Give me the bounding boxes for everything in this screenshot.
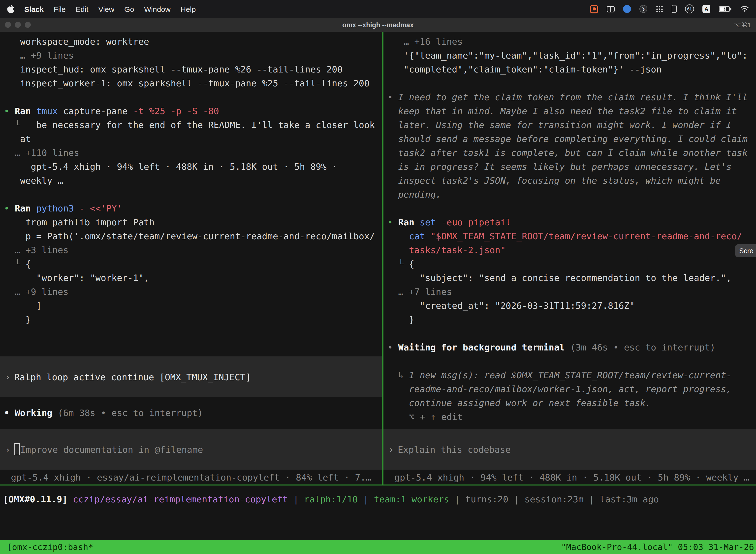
apple-menu-icon[interactable] xyxy=(7,4,14,13)
text-cursor xyxy=(14,443,20,455)
terminal-line: gpt-5.4 xhigh · 94% left · 488K in · 5.1… xyxy=(4,160,382,174)
screen-share-overlay: Scre xyxy=(735,244,756,257)
composer-input[interactable]: ›Explain this codebase xyxy=(383,429,756,469)
composer-input[interactable]: ›Improve documentation in @filename xyxy=(0,429,382,469)
menu-item-file[interactable]: File xyxy=(54,5,65,13)
text-segment: continue assigned work or next feasible … xyxy=(387,398,651,408)
terminal-line: '{"team_name":"my-team","task_id":"1","f… xyxy=(387,49,756,63)
terminal-line: } xyxy=(387,313,756,327)
menu-item-window[interactable]: Window xyxy=(144,5,171,13)
text-segment: … +9 lines xyxy=(4,50,74,61)
text-segment: pending. xyxy=(387,189,441,200)
text-segment: at xyxy=(4,133,31,144)
text-segment: (3m 46s • esc to interrupt) xyxy=(565,342,715,352)
text-segment: … +110 lines xyxy=(4,148,79,158)
terminal-line: … +7 lines xyxy=(387,285,756,299)
text-segment xyxy=(74,203,79,214)
text-segment: "$OMX_TEAM_STATE_ROOT/team/review-curren… xyxy=(430,231,742,241)
composer-placeholder: Explain this codebase xyxy=(398,444,511,454)
text-segment: "completed","claim_token":"claim-token"}… xyxy=(387,64,662,74)
omx-status-line: [OMX#0.11.9] cczip/essay/ai-reimplementa… xyxy=(3,492,756,506)
text-segment xyxy=(425,231,431,241)
text-segment: - <<'PY' xyxy=(79,203,122,214)
text-segment: Waiting for background terminal xyxy=(398,342,565,352)
menu-item-edit[interactable]: Edit xyxy=(76,5,88,13)
text-segment: ralph:1/10 xyxy=(304,494,358,504)
terminal-line: • Waiting for background terminal (3m 46… xyxy=(387,340,756,354)
screen-recording-indicator-icon[interactable] xyxy=(590,5,598,13)
wifi-icon[interactable] xyxy=(740,6,749,12)
menu-item-view[interactable]: View xyxy=(98,5,114,13)
tmux-session-window[interactable]: [omx-cczip0:bash* xyxy=(7,542,93,552)
composer-placeholder: Improve documentation in @filename xyxy=(20,444,203,454)
text-segment: should send a message before completing … xyxy=(387,133,748,144)
queued-message-band: ›Ralph loop active continue [OMX_TMUX_IN… xyxy=(0,356,382,397)
menu-item-help[interactable]: Help xyxy=(181,5,196,13)
text-segment: Ran xyxy=(15,203,36,214)
text-segment: } xyxy=(387,314,414,325)
terminal-line: … +3 lines xyxy=(4,243,382,257)
terminal-line: continue assigned work or next feasible … xyxy=(387,396,756,410)
text-segment: • xyxy=(387,217,398,227)
text-segment: "worker": "worker-1", xyxy=(4,273,149,283)
app-grid-icon[interactable] xyxy=(656,5,663,13)
terminal-line: ↳ 1 new msg(s): read $OMX_TEAM_STATE_ROO… xyxy=(387,368,756,382)
text-segment: └ xyxy=(4,120,25,130)
text-segment: be necessary for the end of the README. … xyxy=(25,120,375,130)
text-segment: workspace_mode: worktree xyxy=(4,36,149,47)
text-segment: weekly … xyxy=(4,175,63,186)
text-segment: python3 xyxy=(36,203,74,214)
terminal-line: "worker": "worker-1", xyxy=(4,271,382,285)
terminal-line: "created_at": "2026-03-31T11:59:27.816Z" xyxy=(387,299,756,313)
terminal-line: weekly … xyxy=(4,174,382,188)
window-title-bar[interactable]: omx --xhigh --madmax ⌥⌘1 xyxy=(0,18,756,32)
text-segment: | xyxy=(449,494,465,504)
window-tiling-icon[interactable] xyxy=(607,6,615,12)
window-title: omx --xhigh --madmax xyxy=(0,21,756,29)
text-segment: I need to get the claim token from the c… xyxy=(398,92,748,102)
battery-charging-icon[interactable] xyxy=(719,6,732,12)
blue-app-icon[interactable] xyxy=(623,5,631,13)
app-menu-slack[interactable]: Slack xyxy=(24,5,44,13)
text-segment: is in progress? It seems likely but perh… xyxy=(387,161,732,172)
menu-item-go[interactable]: Go xyxy=(124,5,134,13)
terminal-line: "subject": "send a concise recommendatio… xyxy=(387,271,756,285)
terminal-line: tasks/task-2.json" xyxy=(387,243,756,257)
terminal-line: … +9 lines xyxy=(4,285,382,299)
right-pane-bottom: ›Explain this codebase gpt-5.4 xhigh · 9… xyxy=(383,429,756,485)
text-segment: ] xyxy=(4,300,42,311)
terminal-line: p = Path('.omx/state/team/review-current… xyxy=(4,229,382,243)
terminal-line: • Ran set -euo pipefail xyxy=(387,215,756,229)
text-segment: • xyxy=(387,92,398,102)
text-segment: | xyxy=(508,494,524,504)
text-segment: from pathlib import Path xyxy=(4,217,154,227)
screen-share-overlay-text: Scre xyxy=(739,247,754,255)
left-pane-bottom: ›Ralph loop active continue [OMX_TMUX_IN… xyxy=(0,356,382,485)
battery-percentage-icon[interactable]: 61 xyxy=(685,4,694,13)
terminal-line: • I need to get the claim token from the… xyxy=(387,90,756,104)
text-segment: keep that in mind. Maybe I also need the… xyxy=(387,106,737,116)
text-segment: | xyxy=(358,494,374,504)
right-terminal-pane[interactable]: … +16 lines '{"team_name":"my-team","tas… xyxy=(383,32,756,485)
text-segment: { xyxy=(25,259,31,269)
terminal-line: • Ran python3 - <<'PY' xyxy=(4,202,382,215)
left-terminal-pane[interactable]: workspace_mode: worktree … +9 lines insp… xyxy=(0,32,382,485)
menu-bar: Slack File Edit View Go Window Help ❯ 61… xyxy=(0,0,756,18)
terminal-line: at xyxy=(4,132,382,146)
queued-message-text: Ralph loop active continue [OMX_TMUX_INJ… xyxy=(14,372,251,382)
text-segment: • xyxy=(4,106,15,116)
text-segment: } xyxy=(4,314,31,325)
terminal-line: … +16 lines xyxy=(387,35,756,49)
text-segment: set xyxy=(420,217,436,227)
text-segment: … +7 lines xyxy=(387,286,452,297)
prompt-chevron-icon: › xyxy=(5,444,10,454)
text-segment: • Working xyxy=(4,407,52,418)
terminal-line: } xyxy=(4,313,382,327)
dark-app-icon[interactable]: ❯ xyxy=(639,5,647,13)
text-segment: task2 after task1 is complete, but can I… xyxy=(387,148,748,158)
input-source-icon[interactable]: A xyxy=(702,5,710,13)
text-segment: readme-and-reco/mailbox/worker-1.json, a… xyxy=(387,384,732,394)
iphone-mirroring-icon[interactable] xyxy=(672,5,677,13)
text-segment: • xyxy=(387,342,398,352)
terminal-line: … +110 lines xyxy=(4,146,382,160)
